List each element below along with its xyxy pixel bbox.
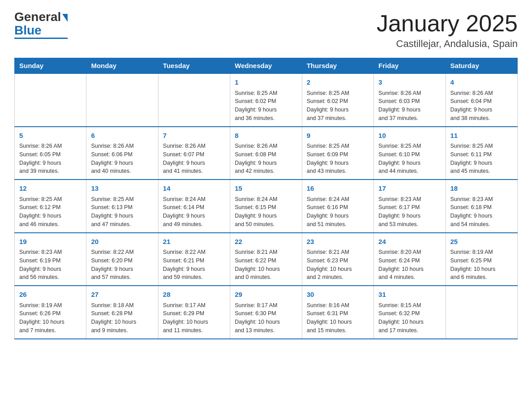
day-number: 2	[307, 77, 369, 88]
calendar-week-3: 12Sunrise: 8:25 AMSunset: 6:12 PMDayligh…	[15, 180, 518, 233]
col-tuesday: Tuesday	[158, 58, 230, 74]
day-info: Sunrise: 8:26 AMSunset: 6:04 PMDaylight:…	[450, 89, 513, 123]
day-number: 1	[235, 77, 297, 88]
calendar-week-1: 1Sunrise: 8:25 AMSunset: 6:02 PMDaylight…	[15, 73, 518, 127]
logo-underline	[14, 38, 68, 39]
logo-blue-text: Blue	[14, 24, 42, 37]
calendar-header-row: Sunday Monday Tuesday Wednesday Thursday…	[15, 58, 518, 74]
calendar-cell-w4-d6: 24Sunrise: 8:20 AMSunset: 6:24 PMDayligh…	[374, 233, 446, 286]
calendar-cell-w4-d3: 21Sunrise: 8:22 AMSunset: 6:21 PMDayligh…	[158, 233, 230, 286]
day-number: 8	[235, 131, 297, 141]
col-sunday: Sunday	[15, 58, 86, 74]
day-info: Sunrise: 8:25 AMSunset: 6:12 PMDaylight:…	[19, 195, 82, 229]
calendar-cell-w5-d4: 29Sunrise: 8:17 AMSunset: 6:30 PMDayligh…	[230, 286, 302, 339]
day-info: Sunrise: 8:22 AMSunset: 6:20 PMDaylight:…	[91, 248, 153, 282]
page-header: General Blue January 2025 Castillejar, A…	[14, 11, 518, 50]
day-info: Sunrise: 8:25 AMSunset: 6:02 PMDaylight:…	[307, 89, 369, 123]
day-info: Sunrise: 8:23 AMSunset: 6:17 PMDaylight:…	[378, 195, 441, 229]
day-number: 30	[307, 290, 369, 300]
day-info: Sunrise: 8:19 AMSunset: 6:26 PMDaylight:…	[19, 301, 82, 335]
day-info: Sunrise: 8:17 AMSunset: 6:30 PMDaylight:…	[235, 301, 297, 335]
day-number: 23	[307, 237, 369, 247]
calendar-cell-w5-d1: 26Sunrise: 8:19 AMSunset: 6:26 PMDayligh…	[15, 286, 86, 339]
day-info: Sunrise: 8:26 AMSunset: 6:06 PMDaylight:…	[91, 142, 153, 176]
day-info: Sunrise: 8:17 AMSunset: 6:29 PMDaylight:…	[163, 301, 225, 335]
calendar-cell-w5-d6: 31Sunrise: 8:15 AMSunset: 6:32 PMDayligh…	[374, 286, 446, 339]
day-number: 18	[450, 184, 513, 194]
calendar-cell-w2-d6: 10Sunrise: 8:25 AMSunset: 6:10 PMDayligh…	[374, 127, 446, 180]
day-number: 12	[19, 184, 82, 194]
calendar-cell-w5-d2: 27Sunrise: 8:18 AMSunset: 6:28 PMDayligh…	[86, 286, 158, 339]
day-number: 22	[235, 237, 297, 247]
calendar-cell-w3-d3: 14Sunrise: 8:24 AMSunset: 6:14 PMDayligh…	[158, 180, 230, 233]
logo: General Blue	[14, 11, 68, 39]
calendar-cell-w4-d2: 20Sunrise: 8:22 AMSunset: 6:20 PMDayligh…	[86, 233, 158, 286]
calendar-cell-w4-d7: 25Sunrise: 8:19 AMSunset: 6:25 PMDayligh…	[446, 233, 517, 286]
day-info: Sunrise: 8:22 AMSunset: 6:21 PMDaylight:…	[163, 248, 225, 282]
col-wednesday: Wednesday	[230, 58, 302, 74]
day-info: Sunrise: 8:26 AMSunset: 6:05 PMDaylight:…	[19, 142, 82, 176]
calendar-cell-w1-d3	[158, 73, 230, 127]
day-number: 14	[163, 184, 225, 194]
day-info: Sunrise: 8:24 AMSunset: 6:16 PMDaylight:…	[307, 195, 369, 229]
day-number: 11	[450, 131, 513, 141]
calendar-cell-w1-d2	[86, 73, 158, 127]
day-number: 21	[163, 237, 225, 247]
day-number: 5	[19, 131, 82, 141]
calendar-week-2: 5Sunrise: 8:26 AMSunset: 6:05 PMDaylight…	[15, 127, 518, 180]
calendar-cell-w2-d2: 6Sunrise: 8:26 AMSunset: 6:06 PMDaylight…	[86, 127, 158, 180]
day-info: Sunrise: 8:26 AMSunset: 6:08 PMDaylight:…	[235, 142, 297, 176]
day-number: 19	[19, 237, 82, 247]
calendar-cell-w2-d4: 8Sunrise: 8:26 AMSunset: 6:08 PMDaylight…	[230, 127, 302, 180]
location-title: Castillejar, Andalusia, Spain	[377, 38, 518, 50]
day-number: 24	[378, 237, 441, 247]
calendar-week-4: 19Sunrise: 8:23 AMSunset: 6:19 PMDayligh…	[15, 233, 518, 286]
calendar-cell-w5-d5: 30Sunrise: 8:16 AMSunset: 6:31 PMDayligh…	[302, 286, 373, 339]
calendar-cell-w2-d5: 9Sunrise: 8:25 AMSunset: 6:09 PMDaylight…	[302, 127, 373, 180]
day-number: 20	[91, 237, 153, 247]
day-info: Sunrise: 8:24 AMSunset: 6:14 PMDaylight:…	[163, 195, 225, 229]
day-number: 31	[378, 290, 441, 300]
calendar-cell-w3-d5: 16Sunrise: 8:24 AMSunset: 6:16 PMDayligh…	[302, 180, 373, 233]
day-number: 6	[91, 131, 153, 141]
day-number: 27	[91, 290, 153, 300]
calendar-week-5: 26Sunrise: 8:19 AMSunset: 6:26 PMDayligh…	[15, 286, 518, 339]
calendar-cell-w3-d7: 18Sunrise: 8:23 AMSunset: 6:18 PMDayligh…	[446, 180, 517, 233]
calendar-cell-w1-d6: 3Sunrise: 8:26 AMSunset: 6:03 PMDaylight…	[374, 73, 446, 127]
day-info: Sunrise: 8:23 AMSunset: 6:19 PMDaylight:…	[19, 248, 82, 282]
day-number: 9	[307, 131, 369, 141]
calendar-cell-w2-d1: 5Sunrise: 8:26 AMSunset: 6:05 PMDaylight…	[15, 127, 86, 180]
day-number: 25	[450, 237, 513, 247]
calendar-table: Sunday Monday Tuesday Wednesday Thursday…	[14, 58, 518, 339]
day-number: 29	[235, 290, 297, 300]
col-saturday: Saturday	[446, 58, 517, 74]
calendar-cell-w3-d4: 15Sunrise: 8:24 AMSunset: 6:15 PMDayligh…	[230, 180, 302, 233]
day-number: 17	[378, 184, 441, 194]
calendar-cell-w5-d3: 28Sunrise: 8:17 AMSunset: 6:29 PMDayligh…	[158, 286, 230, 339]
day-info: Sunrise: 8:26 AMSunset: 6:07 PMDaylight:…	[163, 142, 225, 176]
day-info: Sunrise: 8:21 AMSunset: 6:22 PMDaylight:…	[235, 248, 297, 282]
day-number: 10	[378, 131, 441, 141]
day-info: Sunrise: 8:21 AMSunset: 6:23 PMDaylight:…	[307, 248, 369, 282]
col-friday: Friday	[374, 58, 446, 74]
day-info: Sunrise: 8:20 AMSunset: 6:24 PMDaylight:…	[378, 248, 441, 282]
day-number: 3	[378, 77, 441, 88]
month-title: January 2025	[377, 11, 518, 36]
calendar-cell-w4-d1: 19Sunrise: 8:23 AMSunset: 6:19 PMDayligh…	[15, 233, 86, 286]
day-info: Sunrise: 8:15 AMSunset: 6:32 PMDaylight:…	[378, 301, 441, 335]
day-info: Sunrise: 8:18 AMSunset: 6:28 PMDaylight:…	[91, 301, 153, 335]
day-number: 16	[307, 184, 369, 194]
logo-general-text: General	[14, 11, 68, 23]
day-info: Sunrise: 8:16 AMSunset: 6:31 PMDaylight:…	[307, 301, 369, 335]
calendar-cell-w4-d5: 23Sunrise: 8:21 AMSunset: 6:23 PMDayligh…	[302, 233, 373, 286]
col-thursday: Thursday	[302, 58, 373, 74]
day-info: Sunrise: 8:25 AMSunset: 6:13 PMDaylight:…	[91, 195, 153, 229]
day-info: Sunrise: 8:25 AMSunset: 6:10 PMDaylight:…	[378, 142, 441, 176]
calendar-cell-w3-d6: 17Sunrise: 8:23 AMSunset: 6:17 PMDayligh…	[374, 180, 446, 233]
day-info: Sunrise: 8:26 AMSunset: 6:03 PMDaylight:…	[378, 89, 441, 123]
calendar-cell-w2-d7: 11Sunrise: 8:25 AMSunset: 6:11 PMDayligh…	[446, 127, 517, 180]
calendar-cell-w5-d7	[446, 286, 517, 339]
day-info: Sunrise: 8:25 AMSunset: 6:02 PMDaylight:…	[235, 89, 297, 123]
day-info: Sunrise: 8:19 AMSunset: 6:25 PMDaylight:…	[450, 248, 513, 282]
col-monday: Monday	[86, 58, 158, 74]
